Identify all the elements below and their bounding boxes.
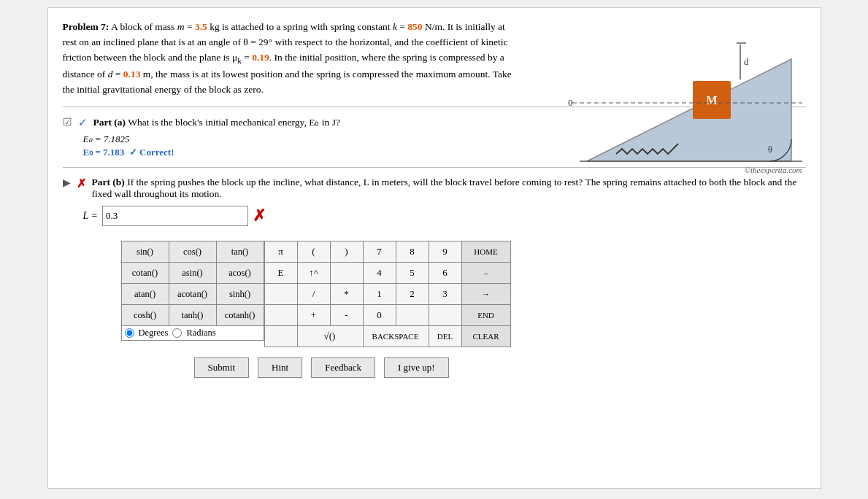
problem-text: Problem 7: A block of mass m = 3.5 kg is… xyxy=(63,20,515,98)
part-a-question: What is the block's initial mechanical e… xyxy=(128,117,340,128)
acotan-btn[interactable]: acotan() xyxy=(169,284,216,304)
mass-value: 3.5 xyxy=(195,21,207,32)
bottom-buttons: Submit Hint Feedback I give up! xyxy=(194,357,806,378)
tanh-btn[interactable]: tanh() xyxy=(169,305,216,325)
l-label: L = xyxy=(83,210,98,222)
pi-btn[interactable]: π xyxy=(265,241,297,262)
num2-btn[interactable]: 2 xyxy=(396,284,429,304)
svg-text:M: M xyxy=(706,94,717,107)
cotanh-btn[interactable]: cotanh() xyxy=(217,305,264,325)
hint-button[interactable]: Hint xyxy=(258,357,302,378)
play-icon: ▶ xyxy=(63,177,71,189)
svg-marker-0 xyxy=(587,59,791,161)
checkbox-icon: ☑ xyxy=(63,116,72,128)
degrees-radio[interactable] xyxy=(125,328,134,338)
page-container: Problem 7: A block of mass m = 3.5 kg is… xyxy=(47,7,821,489)
part-b-label: Part (b) xyxy=(92,177,125,187)
mu-k-value: 0.19 xyxy=(252,52,269,63)
sin-btn[interactable]: sin() xyxy=(122,241,169,262)
feedback-button[interactable]: Feedback xyxy=(311,357,375,378)
give-up-button[interactable]: I give up! xyxy=(384,357,449,378)
calc-row: sin() cos() tan() cotan() asin() acos() … xyxy=(121,241,511,347)
empty2-btn xyxy=(265,284,297,304)
divide-btn[interactable]: / xyxy=(298,284,330,304)
num7-btn[interactable]: 7 xyxy=(364,241,396,262)
num6-btn[interactable]: 6 xyxy=(429,263,461,283)
radians-label[interactable]: Radians xyxy=(186,328,215,339)
svg-text:0: 0 xyxy=(568,97,573,108)
home-btn[interactable]: HOME xyxy=(462,241,510,262)
asin-btn[interactable]: asin() xyxy=(169,263,216,283)
plus-btn[interactable]: + xyxy=(298,305,330,325)
empty5-btn xyxy=(429,305,461,325)
input-row: L = ✗ xyxy=(83,206,806,226)
close-paren-btn[interactable]: ) xyxy=(331,241,363,262)
num5-btn[interactable]: 5 xyxy=(396,263,429,283)
e-btn[interactable]: E xyxy=(265,263,297,283)
input-x-icon: ✗ xyxy=(253,206,266,225)
copyright-text: ©theexpertta.com xyxy=(745,166,802,174)
empty6-btn xyxy=(265,326,297,347)
num4-btn[interactable]: 4 xyxy=(364,263,396,283)
tan-btn[interactable]: tan() xyxy=(217,241,264,262)
sqrt-btn[interactable]: √() xyxy=(298,326,362,347)
x-icon: ✗ xyxy=(77,177,86,190)
cosh-btn[interactable]: cosh() xyxy=(122,305,169,325)
backspace-btn[interactable]: BACKSPACE xyxy=(364,326,428,347)
function-keys: sin() cos() tan() cotan() asin() acos() … xyxy=(121,241,264,341)
cos-btn[interactable]: cos() xyxy=(169,241,216,262)
empty3-btn xyxy=(265,305,297,325)
problem-title: Problem 7: xyxy=(63,21,110,32)
subtract-btn[interactable]: - xyxy=(331,305,363,325)
degrees-label[interactable]: Degrees xyxy=(139,328,169,339)
calculator: sin() cos() tan() cotan() asin() acos() … xyxy=(121,241,511,347)
l-input[interactable] xyxy=(102,206,248,226)
empty1-btn xyxy=(331,263,363,283)
num8-btn[interactable]: 8 xyxy=(396,241,429,262)
diagram-area: M 0 d θ ©theexpertta.com xyxy=(543,15,806,176)
clear-btn[interactable]: CLEAR xyxy=(462,326,510,347)
right-arrow-btn[interactable]: → xyxy=(462,284,510,304)
del-btn[interactable]: DEL xyxy=(429,326,461,347)
submit-button[interactable]: Submit xyxy=(194,357,250,378)
acos-btn[interactable]: acos() xyxy=(217,263,264,283)
minus-btn[interactable]: – xyxy=(462,263,510,283)
part-b-section: ▶ ✗ Part (b) If the spring pushes the bl… xyxy=(63,177,806,378)
spring-constant: 850 xyxy=(407,21,422,32)
num3-btn[interactable]: 3 xyxy=(429,284,461,304)
svg-text:θ: θ xyxy=(768,144,772,155)
checkmark-icon: ✓ xyxy=(78,116,88,129)
empty4-btn xyxy=(396,305,429,325)
num0-btn[interactable]: 0 xyxy=(364,305,396,325)
atan-btn[interactable]: atan() xyxy=(122,284,169,304)
part-a-label: Part (a) xyxy=(93,117,126,128)
num1-btn[interactable]: 1 xyxy=(364,284,396,304)
sinh-btn[interactable]: sinh() xyxy=(217,284,264,304)
end-btn[interactable]: END xyxy=(462,305,510,325)
num9-btn[interactable]: 9 xyxy=(429,241,461,262)
open-paren-btn[interactable]: ( xyxy=(298,241,330,262)
multiply-btn[interactable]: * xyxy=(331,284,363,304)
part-b-question: If the spring pushes the block up the in… xyxy=(92,177,797,199)
numpad: π ( ) 7 8 9 HOME E ↑^ 4 5 6 xyxy=(264,241,511,347)
svg-text:d: d xyxy=(744,56,749,67)
cotan-btn[interactable]: cotan() xyxy=(122,263,169,283)
radians-radio[interactable] xyxy=(172,328,182,338)
part-b-header: ▶ ✗ Part (b) If the spring pushes the bl… xyxy=(63,177,806,200)
physics-diagram: M 0 d θ xyxy=(543,15,806,176)
exp-btn[interactable]: ↑^ xyxy=(298,263,330,283)
d-value: 0.13 xyxy=(123,69,141,80)
deg-rad-row: Degrees Radians xyxy=(125,328,261,339)
